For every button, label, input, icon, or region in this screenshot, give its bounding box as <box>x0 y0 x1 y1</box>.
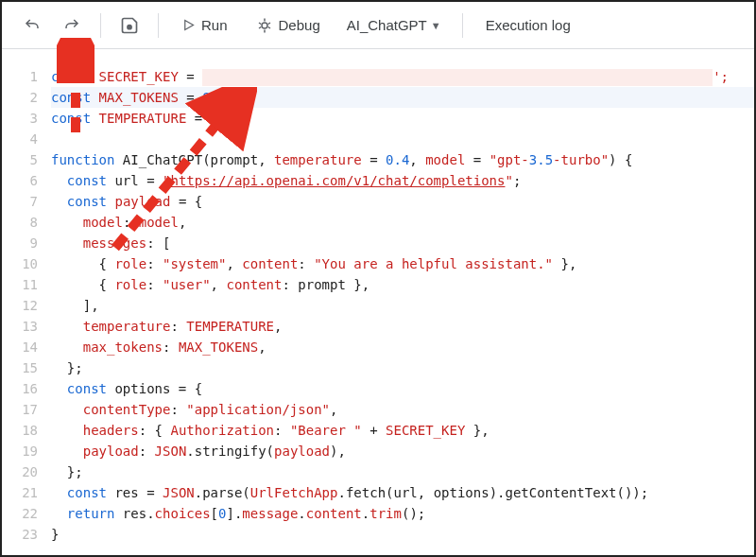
code-line[interactable]: const TEMPERATURE = 0.9; <box>51 108 754 129</box>
code-area[interactable]: const SECRET_KEY = ';const MAX_TOKENS = … <box>51 66 754 555</box>
line-number: 23 <box>2 524 38 545</box>
divider <box>100 13 101 38</box>
code-line[interactable]: ], <box>51 295 754 316</box>
code-line[interactable]: headers: { Authorization: "Bearer " + SE… <box>51 420 754 441</box>
code-line[interactable]: function AI_ChatGPT(prompt, temperature … <box>51 149 754 170</box>
line-number: 21 <box>2 482 38 503</box>
code-line[interactable]: const url = "https://api.openai.com/v1/c… <box>51 170 754 191</box>
line-number: 11 <box>2 274 38 295</box>
svg-marker-1 <box>185 21 194 30</box>
code-line[interactable]: model: model, <box>51 212 754 233</box>
line-number: 22 <box>2 503 38 524</box>
undo-button[interactable] <box>15 9 49 43</box>
code-line[interactable]: const SECRET_KEY = '; <box>51 66 754 87</box>
line-number: 4 <box>2 129 38 149</box>
code-line[interactable]: { role: "system", content: "You are a he… <box>51 253 754 274</box>
line-number: 1 <box>2 66 38 87</box>
redo-icon <box>63 17 80 34</box>
svg-point-2 <box>262 23 267 28</box>
execution-log-label: Execution log <box>486 17 571 33</box>
line-number: 16 <box>2 378 38 399</box>
svg-point-0 <box>128 25 131 28</box>
line-number-gutter: 1234567891011121314151617181920212223 <box>2 66 51 555</box>
save-button[interactable] <box>112 9 146 43</box>
line-number: 19 <box>2 441 38 461</box>
code-line[interactable] <box>51 129 754 149</box>
line-number: 12 <box>2 295 38 316</box>
code-line[interactable]: { role: "user", content: prompt }, <box>51 274 754 295</box>
debug-label: Debug <box>279 17 320 33</box>
code-line[interactable]: return res.choices[0].message.content.tr… <box>51 503 754 524</box>
line-number: 5 <box>2 149 38 170</box>
function-selector[interactable]: AI_ChatGPT ▼ <box>337 9 451 43</box>
chevron-down-icon: ▼ <box>431 20 441 31</box>
line-number: 2 <box>2 87 38 108</box>
code-line[interactable]: const res = JSON.parse(UrlFetchApp.fetch… <box>51 482 754 503</box>
code-line[interactable]: payload: JSON.stringify(payload), <box>51 441 754 461</box>
line-number: 9 <box>2 233 38 253</box>
code-line[interactable]: max_tokens: MAX_TOKENS, <box>51 337 754 357</box>
line-number: 3 <box>2 108 38 129</box>
code-line[interactable]: }; <box>51 357 754 378</box>
code-line[interactable]: }; <box>51 461 754 482</box>
line-number: 6 <box>2 170 38 191</box>
function-selected-label: AI_ChatGPT <box>347 17 427 33</box>
code-line[interactable]: temperature: TEMPERATURE, <box>51 316 754 337</box>
debug-button[interactable]: Debug <box>245 9 332 43</box>
code-line[interactable]: const payload = { <box>51 191 754 212</box>
code-editor[interactable]: 1234567891011121314151617181920212223 co… <box>2 49 754 555</box>
toolbar: Run Debug AI_ChatGPT ▼ Execution log <box>2 2 754 49</box>
divider <box>462 13 463 38</box>
undo-icon <box>24 17 41 34</box>
divider <box>158 13 159 38</box>
code-line[interactable]: } <box>51 524 754 545</box>
code-line[interactable]: const options = { <box>51 378 754 399</box>
play-icon <box>181 18 196 32</box>
code-line[interactable]: messages: [ <box>51 233 754 253</box>
redo-button[interactable] <box>55 9 89 43</box>
line-number: 8 <box>2 212 38 233</box>
line-number: 15 <box>2 357 38 378</box>
save-icon <box>120 16 139 35</box>
line-number: 7 <box>2 191 38 212</box>
code-line[interactable]: contentType: "application/json", <box>51 399 754 420</box>
run-button[interactable]: Run <box>170 9 239 43</box>
line-number: 13 <box>2 316 38 337</box>
debug-icon <box>256 17 273 34</box>
run-label: Run <box>201 17 228 33</box>
line-number: 17 <box>2 399 38 420</box>
execution-log-button[interactable]: Execution log <box>474 9 582 43</box>
line-number: 18 <box>2 420 38 441</box>
code-line[interactable]: const MAX_TOKENS = 800; <box>51 87 754 108</box>
line-number: 14 <box>2 337 38 357</box>
line-number: 10 <box>2 253 38 274</box>
line-number: 20 <box>2 461 38 482</box>
